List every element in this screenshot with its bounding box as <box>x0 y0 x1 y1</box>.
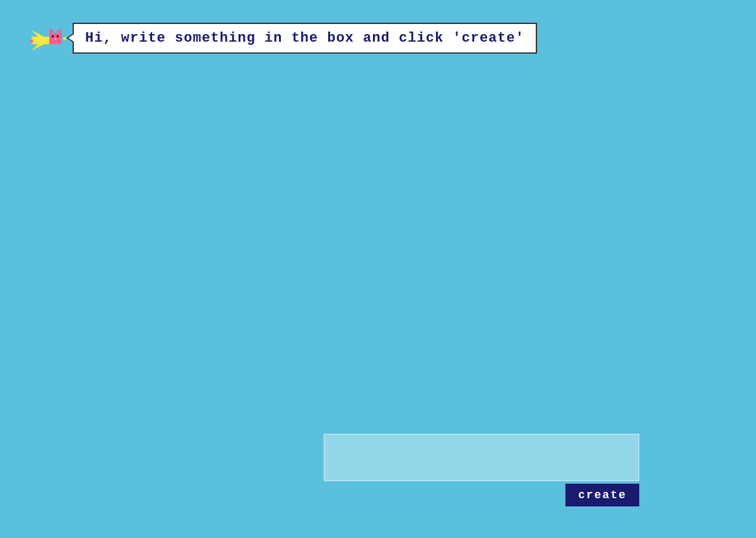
svg-marker-10 <box>28 39 33 43</box>
mascot-speech-container: Hi, write something in the box and click… <box>25 19 537 57</box>
svg-marker-9 <box>62 37 66 40</box>
speech-bubble: Hi, write something in the box and click… <box>73 23 537 54</box>
svg-rect-8 <box>54 39 56 40</box>
input-area: create <box>324 434 639 506</box>
mascot-icon <box>25 19 69 57</box>
svg-marker-4 <box>49 28 54 33</box>
speech-bubble-text: Hi, write something in the box and click… <box>85 30 524 46</box>
svg-marker-2 <box>32 44 44 51</box>
svg-marker-1 <box>32 30 44 37</box>
mascot <box>25 19 69 57</box>
svg-rect-6 <box>52 35 54 37</box>
svg-marker-5 <box>57 28 62 33</box>
text-input[interactable] <box>324 434 639 481</box>
create-button[interactable]: create <box>565 484 639 506</box>
svg-rect-7 <box>57 35 59 37</box>
